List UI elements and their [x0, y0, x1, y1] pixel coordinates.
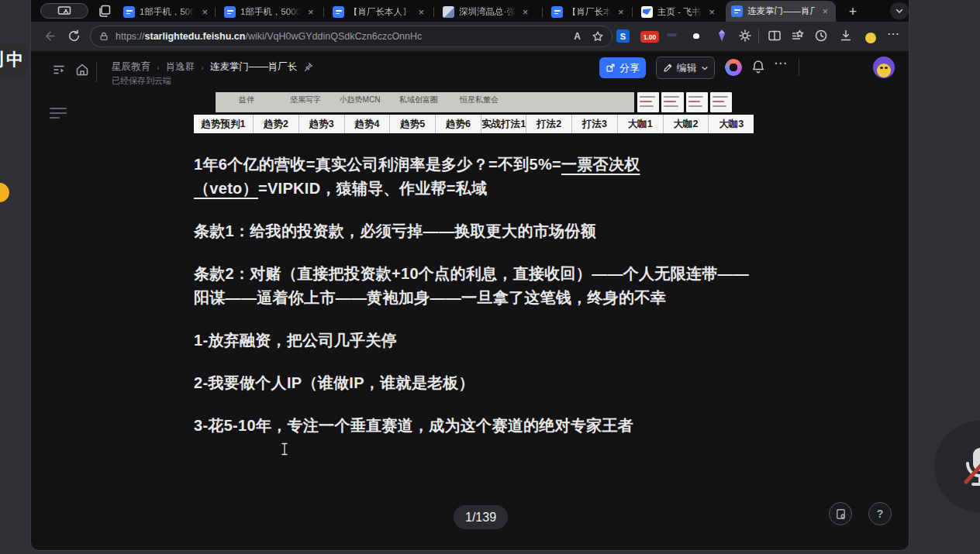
- workspaces-button[interactable]: [98, 4, 112, 18]
- edit-label: 编辑: [677, 61, 697, 75]
- tab-close-button[interactable]: ×: [706, 6, 717, 18]
- image-favicon: [443, 6, 454, 18]
- embedded-table-image[interactable]: 益伴 坚果写字 小趋势MCN 私域创富圈 恒星私董会: [216, 92, 634, 112]
- history-button[interactable]: [814, 29, 828, 43]
- tab-search-dropdown[interactable]: [890, 2, 909, 19]
- document-body[interactable]: 1年6个亿的营收=真实公司利润率是多少？=不到5%=一票否决权（veto）=VI…: [194, 153, 754, 438]
- browser-tab-2[interactable]: 1部手机，5000 ×: [219, 2, 324, 22]
- doc-tab-cell[interactable]: 大咖3: [709, 115, 754, 133]
- microphone-muted-overlay[interactable]: [934, 421, 980, 512]
- doc-favicon: [551, 6, 563, 18]
- browser-tab-active[interactable]: 连麦掌门——肖厂 ×: [726, 1, 836, 22]
- new-tab-button[interactable]: +: [844, 3, 862, 20]
- screen: 刂中 1部手机，5000 × 1部手机，5000 ×: [0, 0, 980, 554]
- paragraph-5[interactable]: 2-我要做个人IP（谁做IP，谁就是老板）: [194, 371, 754, 395]
- embedded-image-row[interactable]: 益伴 坚果写字 小趋势MCN 私域创富圈 恒星私董会: [194, 92, 754, 113]
- browser-tab-5[interactable]: 【肖厂长本人】 ×: [546, 2, 633, 22]
- help-button[interactable]: ?: [868, 502, 892, 525]
- browser-tab-6[interactable]: 主页 - 飞书云文档 ×: [636, 2, 723, 22]
- doc-tab-cell[interactable]: 趋势6: [436, 115, 481, 133]
- thumbnail-image[interactable]: [661, 92, 683, 112]
- doc-favicon: [224, 6, 236, 18]
- tab-close-button[interactable]: ×: [416, 6, 427, 18]
- share-button[interactable]: 分享: [599, 57, 646, 78]
- page-settings-button[interactable]: [829, 502, 852, 525]
- feishu-favicon: [641, 6, 653, 18]
- tab-close-button[interactable]: ×: [820, 5, 830, 17]
- user-avatar[interactable]: [873, 57, 895, 78]
- doc-tab-cell[interactable]: 趋势2: [254, 115, 299, 133]
- breadcrumb-folder[interactable]: 肖逸群: [166, 60, 195, 74]
- monitor-person-icon: [57, 5, 71, 16]
- tab-close-button[interactable]: ×: [520, 6, 531, 18]
- sidebar-toggle-icon: [51, 62, 67, 77]
- document-outline-button[interactable]: [50, 108, 68, 119]
- back-button[interactable]: [42, 29, 57, 43]
- page-indicator: 1/139: [454, 505, 508, 529]
- extensions-icon: [738, 29, 752, 43]
- paragraph-2[interactable]: 条款1：给我的投资款，必须亏掉——换取更大的市场份额: [194, 219, 754, 243]
- share-label: 分享: [619, 61, 640, 75]
- paragraph-1[interactable]: 1年6个亿的营收=真实公司利润率是多少？=不到5%=一票否决权（veto）=VI…: [194, 153, 754, 201]
- tab-close-button[interactable]: ×: [199, 6, 210, 18]
- doc-tab-cell[interactable]: 大咖2: [664, 115, 709, 133]
- gradient-ring-icon[interactable]: [725, 59, 742, 76]
- screen-share-indicator[interactable]: [40, 3, 88, 19]
- favorite-star-icon[interactable]: [592, 30, 604, 43]
- extension-gem[interactable]: [715, 29, 729, 46]
- breadcrumb-space[interactable]: 星辰教育: [112, 60, 150, 74]
- doc-tab-cell[interactable]: 打法2: [526, 115, 572, 133]
- header-divider: [96, 62, 97, 82]
- extension-badge[interactable]: 1.00: [640, 31, 659, 43]
- paragraph-4[interactable]: 1-放弃融资，把公司几乎关停: [194, 329, 754, 353]
- doc-tab-cell[interactable]: 趋势3: [299, 115, 345, 133]
- refresh-button[interactable]: [67, 29, 81, 43]
- browser-tab-4[interactable]: 深圳湾晶总·强 ×: [437, 2, 543, 22]
- favorites-button[interactable]: [791, 29, 805, 43]
- toolbar-divider: [758, 29, 759, 43]
- doc-tab-cell[interactable]: 趋势5: [390, 115, 436, 133]
- more-actions-button[interactable]: ⋯: [774, 55, 787, 71]
- browser-tab-3[interactable]: 【肖厂长本人】 ×: [327, 2, 434, 22]
- share-icon: [606, 63, 616, 73]
- document-canvas[interactable]: 益伴 坚果写字 小趋势MCN 私域创富圈 恒星私董会 趋势预判1 趋势2 趋势3…: [194, 92, 754, 456]
- extensions-menu-button[interactable]: [738, 29, 752, 43]
- thumbnail-images[interactable]: [637, 92, 732, 112]
- floating-dot-overlay[interactable]: [0, 183, 9, 202]
- home-button[interactable]: [74, 62, 90, 77]
- browser-menu-button[interactable]: ⋯: [887, 26, 899, 41]
- thumbnail-image[interactable]: [710, 92, 732, 112]
- refresh-icon: [67, 29, 81, 43]
- edit-button[interactable]: 编辑: [656, 57, 715, 79]
- extension-s[interactable]: S: [616, 29, 630, 43]
- thumbnail-image[interactable]: [637, 92, 659, 112]
- bell-icon: [751, 59, 766, 74]
- split-screen-button[interactable]: [768, 29, 782, 43]
- read-aloud-button[interactable]: A: [574, 31, 581, 42]
- doc-tab-cell[interactable]: 打法3: [572, 115, 618, 133]
- downloads-button[interactable]: [839, 29, 853, 43]
- s-extension-icon: S: [616, 29, 630, 43]
- tab-title: 1部手机，5000: [240, 6, 301, 18]
- paragraph-6[interactable]: 3-花5-10年，专注一个垂直赛道，成为这个赛道的绝对专家王者: [194, 414, 754, 438]
- doc-tab-cell[interactable]: 趋势4: [345, 115, 391, 133]
- feishu-header: 星辰教育 › 肖逸群 › 连麦掌门——肖厂长 已经保存到云端 分享 编辑 ⋯: [31, 51, 909, 92]
- thumbnail-image[interactable]: [686, 92, 708, 112]
- doc-tab-cell[interactable]: 大咖1: [618, 115, 664, 133]
- notifications-button[interactable]: [751, 59, 766, 74]
- toggle-sidebar-button[interactable]: [51, 62, 67, 77]
- pin-icon[interactable]: [303, 62, 313, 72]
- address-bar[interactable]: https://starlightedu.feishu.cn/wiki/VqH0…: [90, 26, 612, 47]
- tab-strip: 1部手机，5000 × 1部手机，5000 × 【肖厂长本人】 × 深圳湾晶总·…: [31, 0, 909, 22]
- tab-close-button[interactable]: ×: [616, 6, 626, 18]
- tab-title: 【肖厂长本人】: [349, 6, 412, 18]
- breadcrumb-current-doc[interactable]: 连麦掌门——肖厂长: [210, 60, 298, 74]
- tab-close-button[interactable]: ×: [305, 6, 316, 18]
- underlined-text: （veto）: [194, 180, 258, 197]
- doc-tab-cell[interactable]: 实战打法1: [481, 115, 527, 133]
- doc-tab-cell[interactable]: 趋势预判1: [194, 115, 254, 133]
- stacked-squares-icon: [98, 4, 112, 18]
- url-scheme: https://: [116, 31, 145, 42]
- paragraph-3[interactable]: 条款2：对赌（直接把投资款+10个点的利息，直接收回）——个人无限连带——阳谋—…: [194, 262, 754, 310]
- browser-tab-1[interactable]: 1部手机，5000 ×: [118, 2, 216, 22]
